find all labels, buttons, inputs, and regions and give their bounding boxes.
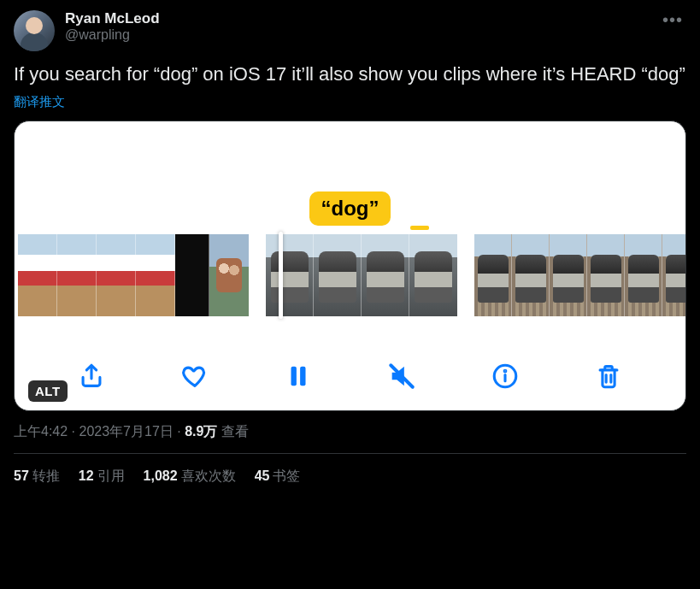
tweet: Ryan McLeod @warpling ••• If you search … xyxy=(0,0,700,496)
svg-rect-1 xyxy=(300,366,305,386)
clip-frame xyxy=(57,234,97,316)
retweets-count: 57 xyxy=(14,468,29,483)
clip-group[interactable] xyxy=(18,234,249,316)
clip-frame xyxy=(314,234,362,316)
clip-frame xyxy=(662,234,686,316)
clip-frame xyxy=(209,234,249,316)
svg-point-5 xyxy=(504,370,506,372)
clip-frame xyxy=(625,234,662,316)
clip-frame xyxy=(175,234,209,316)
likes-stat[interactable]: 1,082喜欢次数 xyxy=(144,468,236,486)
svg-rect-0 xyxy=(291,366,297,386)
info-icon[interactable] xyxy=(486,357,524,395)
meta-sep: · xyxy=(174,424,185,439)
avatar[interactable] xyxy=(14,10,55,51)
clip-frame xyxy=(18,234,57,316)
quotes-count: 12 xyxy=(79,468,94,483)
tweet-time[interactable]: 上午4:42 xyxy=(14,424,68,439)
video-timeline-strip xyxy=(15,234,685,316)
clip-frame xyxy=(362,234,409,316)
clip-frame xyxy=(97,234,136,316)
user-block: Ryan McLeod @warpling xyxy=(65,10,649,43)
user-handle[interactable]: @warpling xyxy=(65,27,649,43)
tweet-stats: 57转推 12引用 1,082喜欢次数 45书签 xyxy=(14,454,686,486)
clip-frame xyxy=(587,234,625,316)
views-count: 8.9万 xyxy=(185,424,217,439)
clip-frame xyxy=(266,234,314,316)
search-tag-marker xyxy=(410,226,429,230)
quotes-stat[interactable]: 12引用 xyxy=(79,468,125,486)
quotes-label: 引用 xyxy=(97,468,125,483)
media-toolbar xyxy=(15,357,685,395)
likes-count: 1,082 xyxy=(144,468,178,483)
search-tag-bubble: “dog” xyxy=(309,191,391,226)
clip-group[interactable] xyxy=(266,234,457,316)
tweet-meta: 上午4:42 · 2023年7月17日 · 8.9万 查看 xyxy=(14,423,686,441)
views-label: 查看 xyxy=(221,424,249,439)
display-name[interactable]: Ryan McLeod xyxy=(65,10,649,27)
bookmarks-count: 45 xyxy=(255,468,270,483)
mute-icon[interactable] xyxy=(383,357,421,395)
bookmarks-label: 书签 xyxy=(273,468,300,483)
meta-sep: · xyxy=(68,424,79,439)
retweets-label: 转推 xyxy=(32,468,60,483)
clip-frame xyxy=(136,234,175,316)
heart-icon[interactable] xyxy=(176,357,214,395)
likes-label: 喜欢次数 xyxy=(181,468,236,483)
clip-frame xyxy=(474,234,512,316)
clip-frame xyxy=(550,234,587,316)
trash-icon[interactable] xyxy=(590,357,627,395)
playhead[interactable] xyxy=(279,232,283,319)
retweets-stat[interactable]: 57转推 xyxy=(14,468,60,486)
clip-frame xyxy=(512,234,550,316)
tweet-text: If you search for “dog” on iOS 17 it’ll … xyxy=(14,62,686,87)
clip-group[interactable] xyxy=(474,234,686,316)
bookmarks-stat[interactable]: 45书签 xyxy=(255,468,301,486)
clip-frame xyxy=(409,234,457,316)
media-attachment[interactable]: “dog” xyxy=(14,121,686,411)
tweet-date[interactable]: 2023年7月17日 xyxy=(79,424,173,439)
alt-badge[interactable]: ALT xyxy=(28,380,68,402)
more-menu-button[interactable]: ••• xyxy=(659,10,686,30)
share-icon[interactable] xyxy=(73,357,110,395)
translate-link[interactable]: 翻译推文 xyxy=(14,94,686,110)
pause-icon[interactable] xyxy=(279,357,317,395)
tweet-header: Ryan McLeod @warpling ••• xyxy=(14,10,686,51)
